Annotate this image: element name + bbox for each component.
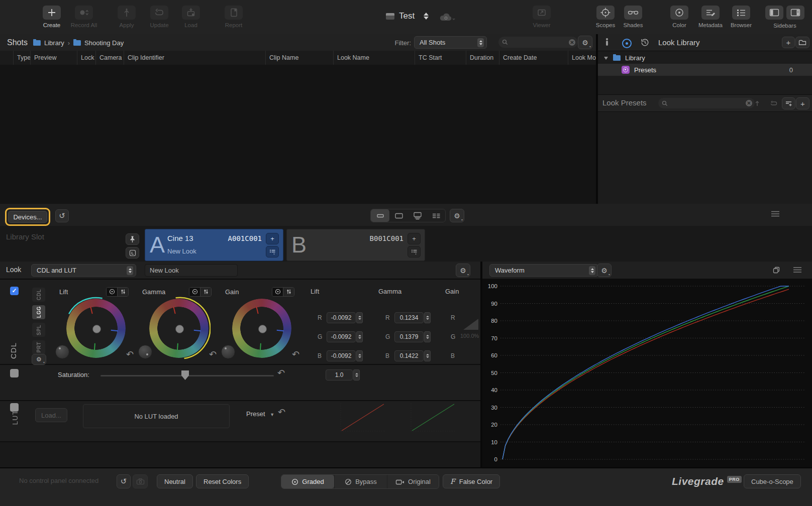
gamma-sliders-mode-button[interactable] (200, 288, 211, 296)
false-color-button[interactable]: F False Color (443, 474, 500, 488)
project-switcher-arrows[interactable] (424, 13, 429, 20)
cdl-tab-settings-button[interactable]: ⚙▾ (32, 354, 46, 365)
breadcrumb-library[interactable]: Library (44, 39, 64, 47)
column-tc-start[interactable]: TC Start (415, 51, 442, 65)
look-settings-button[interactable]: ⚙▾ (456, 264, 470, 277)
lift-wheel-indicator[interactable] (92, 325, 101, 333)
gamma-g-stepper[interactable] (424, 331, 431, 342)
saturation-enable-checkbox[interactable] (10, 369, 19, 377)
bypass-mode-button[interactable]: Bypass (334, 475, 387, 488)
tab-cdl[interactable]: CDL (32, 288, 45, 302)
duplicate-scope-button[interactable] (770, 264, 783, 276)
gamma-master-knob[interactable] (138, 345, 152, 359)
gain-wheel-indicator[interactable] (258, 325, 267, 333)
apply-preset-button[interactable] (751, 97, 764, 109)
gamma-b-stepper[interactable] (424, 350, 431, 361)
original-mode-button[interactable]: Original (387, 475, 439, 488)
column-duration[interactable]: Duration (466, 51, 493, 65)
graded-mode-button[interactable]: Graded (281, 475, 334, 488)
save-look-as-preset-button[interactable] (782, 97, 795, 109)
project-title[interactable]: Test (399, 11, 415, 21)
scope-settings-button[interactable]: ⚙▾ (597, 264, 612, 277)
refresh-devices-button[interactable]: ↺ (55, 209, 69, 222)
browser-button[interactable]: Browser (722, 6, 760, 28)
filter-select[interactable]: All Shots (414, 36, 487, 49)
column-camera[interactable]: Camera (95, 51, 122, 65)
lift-g-field[interactable]: -0.0092 (327, 331, 356, 342)
look-mode-select[interactable]: CDL and LUT (31, 264, 136, 277)
cdl-enable-checkbox[interactable]: ✓ (10, 287, 19, 295)
load-button[interactable]: Load (172, 6, 210, 28)
lift-r-stepper[interactable] (356, 312, 363, 323)
gamma-b-field[interactable]: 0.1422 (394, 350, 424, 361)
slot-b-add-button[interactable]: + (408, 233, 421, 244)
lift-master-knob[interactable] (55, 345, 69, 359)
lift-r-field[interactable]: -0.0092 (327, 312, 356, 323)
lut-reset-button[interactable]: ↶ (278, 408, 285, 417)
view-mode-regular-button[interactable] (389, 209, 408, 222)
shots-table-body[interactable] (0, 65, 596, 204)
add-look-button[interactable]: + (782, 37, 795, 48)
gamma-r-field[interactable]: 0.1234 (394, 312, 424, 323)
record-all-button[interactable]: Record All (65, 6, 103, 28)
right-sidebar-toggle-button[interactable] (786, 6, 804, 20)
shots-search-input[interactable] (510, 38, 567, 46)
slot-b-menu-button[interactable] (408, 246, 421, 258)
reset-colors-button[interactable]: Reset Colors (196, 474, 249, 488)
devices-button[interactable]: Devices... (8, 211, 47, 223)
lut-preset-dropdown[interactable]: Preset ▼ (246, 410, 274, 418)
column-lock[interactable]: Lock (77, 51, 94, 65)
refresh-panels-button[interactable]: ↺ (117, 474, 131, 488)
info-icon[interactable] (606, 38, 608, 46)
presets-tree-item[interactable]: Presets 0 (598, 64, 812, 76)
slot-settings-button[interactable]: ⚙▾ (450, 209, 464, 222)
shades-button[interactable]: Shades (614, 6, 652, 28)
gain-reset-button[interactable]: ↶ (292, 350, 299, 359)
new-folder-button[interactable] (795, 37, 809, 48)
slot-b[interactable]: B B001C001 + (286, 229, 425, 261)
slot-a[interactable]: A Cine 13 A001C001 New Look + (145, 229, 283, 261)
lut-load-button[interactable]: Load... (35, 408, 67, 422)
disclosure-triangle-icon[interactable] (604, 57, 608, 60)
add-preset-button[interactable]: + (796, 97, 809, 109)
library-slot-mode-button[interactable] (126, 247, 139, 259)
cube-o-scope-button[interactable]: Cube-o-Scope (744, 474, 801, 488)
neutral-button[interactable]: Neutral (157, 474, 193, 488)
lift-b-stepper[interactable] (356, 350, 363, 361)
column-preview[interactable]: Preview (30, 51, 56, 65)
viewer-button[interactable]: Viewer (523, 6, 561, 28)
saturation-field[interactable]: 1.0 (326, 369, 353, 381)
lift-reset-button[interactable]: ↶ (126, 350, 134, 359)
saturation-reset-button[interactable]: ↶ (277, 368, 285, 377)
table-settings-button[interactable]: ⚙▾ (578, 36, 592, 49)
gain-wheel-mode-button[interactable] (272, 288, 283, 296)
gamma-reset-button[interactable]: ↶ (209, 350, 217, 359)
column-type[interactable]: Type (13, 51, 31, 65)
slot-a-menu-button[interactable] (266, 246, 279, 258)
update-preset-button[interactable] (767, 97, 780, 109)
scope-menu-icon[interactable] (793, 267, 802, 276)
pin-slot-button[interactable] (126, 233, 139, 245)
history-icon[interactable] (640, 38, 650, 49)
camera-button[interactable] (133, 474, 148, 488)
column-look-name[interactable]: Look Name (333, 51, 369, 65)
report-button[interactable]: Report (215, 6, 253, 28)
column-clip-name[interactable]: Clip Name (265, 51, 298, 65)
library-tree-root[interactable]: Library (598, 52, 812, 64)
presets-search-input[interactable] (670, 99, 744, 107)
left-sidebar-toggle-button[interactable] (765, 6, 783, 20)
presets-search[interactable]: ✕ (658, 98, 755, 108)
look-name-field[interactable]: New Look (145, 264, 238, 277)
gain-master-knob[interactable] (221, 345, 235, 359)
tab-spl[interactable]: SPL (32, 323, 45, 337)
tab-prt[interactable]: PRT (32, 340, 45, 354)
gamma-color-wheel[interactable]: ↶ (149, 299, 209, 358)
breadcrumb-shooting-day[interactable]: Shooting Day (84, 39, 124, 47)
view-mode-compact-button[interactable] (371, 209, 389, 222)
scope-type-select[interactable]: Waveform (489, 264, 598, 277)
lift-b-field[interactable]: -0.0092 (327, 350, 356, 361)
shots-search[interactable]: ✕ (498, 37, 578, 48)
gamma-r-stepper[interactable] (424, 312, 431, 323)
saturation-slider-thumb[interactable] (181, 370, 189, 380)
gain-sliders-mode-button[interactable] (283, 288, 294, 296)
